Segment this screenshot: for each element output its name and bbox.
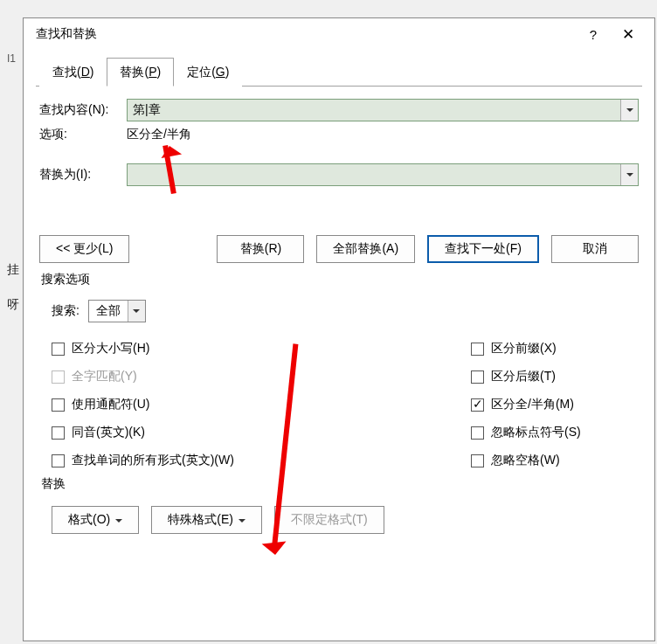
replace-with-combo[interactable] [127, 163, 639, 186]
checkbox-input-ignore_punct[interactable] [471, 426, 484, 440]
checkbox-label-prefix: 区分前缀(X) [491, 341, 557, 357]
bg-text-3: 呀 [7, 297, 19, 313]
checkbox-input-suffix[interactable] [471, 370, 484, 384]
checkbox-label-whole_word: 全字匹配(Y) [72, 369, 137, 384]
checkbox-ignore_space[interactable]: 忽略空格(W) [471, 447, 639, 474]
no-format-button: 不限定格式(T) [274, 506, 384, 534]
checkbox-label-full_half: 区分全/半角(M) [491, 397, 574, 412]
checkbox-label-ignore_space: 忽略空格(W) [491, 453, 560, 468]
replace-with-input[interactable] [128, 168, 620, 182]
checkbox-whole_word: 全字匹配(Y) [52, 363, 471, 391]
checkbox-wildcards[interactable]: 使用通配符(U) [52, 391, 471, 419]
replace-format-legend: 替换 [39, 476, 639, 492]
titlebar: 查找和替换 ? ✕ [24, 18, 654, 50]
replace-with-dropdown[interactable] [620, 164, 638, 185]
checkbox-label-sounds_like: 同音(英文)(K) [72, 425, 145, 440]
tab-strip: 查找(D) 替换(P) 定位(G) [36, 57, 642, 87]
help-button[interactable]: ? [576, 21, 611, 47]
checkbox-input-full_half[interactable] [471, 398, 484, 412]
search-direction-select[interactable]: 全部 [88, 300, 146, 322]
checkbox-label-word_forms: 查找单词的所有形式(英文)(W) [72, 453, 234, 468]
checkbox-input-match_case[interactable] [52, 343, 65, 356]
replace-with-label: 替换为(I): [39, 167, 127, 183]
close-button[interactable]: ✕ [611, 21, 646, 47]
search-options-group: 搜索选项 搜索: 全部 区分大小写(H)全字匹配(Y)使用通配符(U)同音(英文… [39, 272, 639, 474]
options-value: 区分全/半角 [127, 127, 191, 142]
checkbox-ignore_punct[interactable]: 忽略标点符号(S) [471, 419, 639, 447]
find-what-input[interactable] [128, 103, 620, 117]
search-direction-value: 全部 [89, 303, 128, 319]
replace-button[interactable]: 替换(R) [217, 235, 304, 263]
bg-text-1: I1 [7, 52, 16, 65]
background-fragment: I1 挂 呀 [0, 35, 19, 384]
checkbox-label-wildcards: 使用通配符(U) [72, 397, 149, 412]
options-label: 选项: [39, 127, 127, 142]
tab-find[interactable]: 查找(D) [39, 58, 107, 87]
checkbox-input-wildcards[interactable] [52, 398, 65, 412]
find-next-button[interactable]: 查找下一处(F) [427, 235, 539, 263]
replace-all-button[interactable]: 全部替换(A) [316, 235, 415, 263]
checkbox-suffix[interactable]: 区分后缀(T) [471, 363, 639, 391]
checkbox-label-match_case: 区分大小写(H) [72, 341, 149, 357]
checkbox-input-sounds_like[interactable] [52, 426, 65, 440]
checkbox-label-suffix: 区分后缀(T) [491, 369, 556, 384]
checkbox-sounds_like[interactable]: 同音(英文)(K) [52, 419, 471, 447]
find-replace-dialog: 查找和替换 ? ✕ 查找(D) 替换(P) 定位(G) 查找内容(N): 选项:… [23, 17, 655, 641]
checkbox-input-prefix[interactable] [471, 343, 484, 356]
find-what-dropdown[interactable] [620, 100, 638, 121]
tab-replace[interactable]: 替换(P) [107, 58, 174, 87]
checkbox-input-whole_word [52, 370, 65, 384]
find-what-label: 查找内容(N): [39, 102, 127, 118]
checkbox-label-ignore_punct: 忽略标点符号(S) [491, 425, 581, 440]
checkbox-full_half[interactable]: 区分全/半角(M) [471, 391, 639, 419]
replace-format-group: 替换 格式(O) 特殊格式(E) 不限定格式(T) [39, 476, 639, 534]
checkbox-word_forms[interactable]: 查找单词的所有形式(英文)(W) [52, 447, 471, 474]
checkbox-input-ignore_space[interactable] [471, 454, 484, 467]
special-button[interactable]: 特殊格式(E) [151, 506, 262, 534]
dialog-title: 查找和替换 [36, 26, 576, 42]
tab-goto[interactable]: 定位(G) [174, 58, 242, 87]
bg-text-2: 挂 [7, 262, 19, 278]
find-what-combo[interactable] [127, 99, 639, 121]
less-button[interactable]: << 更少(L) [39, 235, 129, 263]
dialog-content: 查找内容(N): 选项: 区分全/半角 替换为(I): << 更少(L) 替换(… [24, 87, 654, 544]
search-direction-label: 搜索: [52, 303, 80, 319]
cancel-button[interactable]: 取消 [551, 235, 639, 263]
checkbox-prefix[interactable]: 区分前缀(X) [471, 335, 639, 363]
checkbox-match_case[interactable]: 区分大小写(H) [52, 335, 471, 363]
search-options-legend: 搜索选项 [39, 272, 639, 287]
checkbox-input-word_forms[interactable] [52, 454, 65, 467]
format-button[interactable]: 格式(O) [52, 506, 139, 534]
search-direction-dropdown[interactable] [128, 301, 145, 322]
